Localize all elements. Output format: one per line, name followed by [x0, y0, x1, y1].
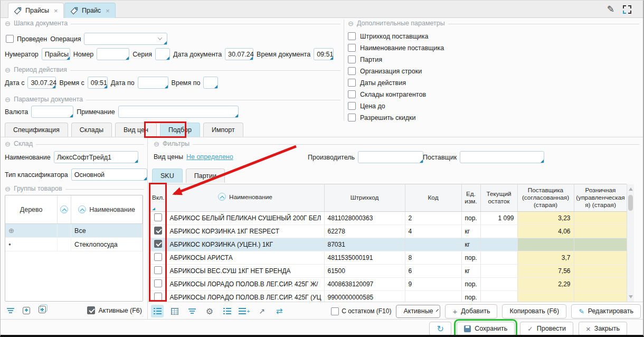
scroll-down-icon[interactable] — [629, 295, 633, 298]
collapse-icon[interactable]: ⊖ — [5, 185, 11, 192]
time-from-field[interactable]: 09:51 — [88, 77, 108, 89]
param-supplier-name[interactable]: Наименование поставщика — [348, 44, 444, 52]
table-row[interactable]: АБРИКОСЫ ЛОРАДО ПОЛОВ.В ЛЕГ.СИР. 425Г (У… — [150, 291, 627, 302]
tree-filter-icon[interactable] — [7, 308, 14, 313]
col-header-retail-price[interactable]: Розничная (управленческая я) (старая) — [574, 184, 627, 211]
param-price-to[interactable]: Цена до — [348, 102, 444, 110]
manufacturer-field[interactable] — [358, 151, 423, 163]
col-header-supplier-price[interactable]: Поставщика (согласованная) (старая) — [517, 184, 574, 211]
param-allow-discounts[interactable]: Разрешить скидки — [348, 114, 444, 121]
collapse-icon[interactable]: ⊖ — [154, 141, 159, 147]
collapse-icon[interactable]: ⊖ — [5, 67, 11, 73]
tab-pricelists[interactable]: Прайсы × — [8, 3, 64, 18]
tab-sku[interactable]: SKU — [152, 168, 183, 183]
grid-view-icon[interactable] — [168, 305, 181, 317]
param-batch[interactable]: Партия — [348, 55, 444, 63]
param-validity-dates[interactable]: Даты действия — [348, 79, 444, 87]
tree-row-glassware[interactable]: ● Стеклопосуда — [5, 238, 143, 251]
checkbox[interactable] — [348, 114, 356, 121]
checkbox[interactable] — [348, 44, 356, 52]
classifier-type-field[interactable]: Основной — [71, 168, 147, 181]
filter-icon[interactable] — [186, 305, 198, 317]
row-include-checkbox[interactable] — [154, 213, 162, 221]
date-to-field[interactable] — [138, 77, 168, 89]
tab-batches[interactable]: Партии — [186, 168, 225, 183]
fullscreen-icon[interactable] — [623, 5, 631, 14]
collapse-icon[interactable]: ⊖ — [5, 20, 11, 27]
settings-gear-icon[interactable]: ⚙ — [203, 305, 216, 317]
checkbox[interactable] — [348, 102, 356, 110]
post-button[interactable]: ✓Провести — [520, 322, 573, 336]
col-header-stock[interactable]: Текущий остаток — [480, 184, 517, 211]
collapse-icon[interactable]: ⊖ — [5, 96, 11, 103]
swap-refresh-icon[interactable]: ⇄ — [273, 305, 286, 317]
checkbox[interactable] — [348, 32, 356, 40]
row-include-checkbox[interactable] — [154, 266, 162, 274]
scroll-thumb[interactable] — [628, 195, 633, 211]
export-icon[interactable]: ↗ — [255, 305, 268, 317]
number-field[interactable] — [97, 48, 129, 60]
expand-group-icon[interactable] — [23, 307, 30, 314]
edit-button[interactable]: ✎Редактировать — [571, 304, 641, 319]
price-type-link[interactable]: Не определено — [186, 153, 233, 161]
posted-checkbox[interactable] — [6, 35, 14, 43]
with-stock-checkbox[interactable] — [331, 307, 339, 315]
refresh-button[interactable]: ↻ — [429, 322, 451, 336]
collapse-icon[interactable]: ⊖ — [5, 141, 11, 147]
checkbox[interactable] — [348, 67, 356, 75]
list-view-icon[interactable] — [151, 305, 164, 317]
edit-pencil-icon[interactable]: ✎ — [607, 4, 614, 15]
tab-warehouses[interactable]: Склады — [71, 123, 112, 137]
close-tab-icon[interactable]: × — [106, 7, 110, 15]
add-button[interactable]: +Добавить — [445, 304, 497, 319]
supplier-field[interactable] — [460, 151, 544, 163]
tree-row-all[interactable]: ⊕ Все — [5, 224, 143, 238]
expand-all-groups-icon[interactable] — [39, 306, 46, 315]
row-include-checkbox[interactable] — [154, 279, 162, 287]
close-tab-icon[interactable]: × — [54, 7, 58, 15]
currency-field[interactable] — [31, 106, 73, 118]
active-filter-select[interactable]: Активные — [396, 305, 440, 318]
tab-import[interactable]: Импорт — [203, 123, 243, 137]
col-header-barcode[interactable]: Штрихкод — [324, 184, 405, 211]
param-counterparty-warehouses[interactable]: Склады контрагентов — [348, 90, 444, 98]
tab-pricelist[interactable]: Прайс × — [64, 3, 116, 18]
row-include-checkbox[interactable] — [154, 293, 162, 301]
col-header-code[interactable]: Код — [405, 184, 461, 211]
collapse-icon[interactable]: ⊖ — [348, 20, 354, 27]
col-header-unit[interactable]: Ед. изм. — [461, 184, 480, 211]
name-column-header[interactable]: Наименование — [71, 195, 143, 223]
tab-selection[interactable]: Подбор — [160, 123, 200, 137]
numerator-field[interactable]: Прайсы — [42, 48, 70, 60]
tab-price-types[interactable]: Вид цен — [115, 123, 157, 137]
sort-asc-icon[interactable] — [78, 205, 86, 213]
copy-button[interactable]: Копировать (F6) — [502, 304, 566, 319]
series-field[interactable] — [155, 48, 170, 60]
param-row-organization[interactable]: Организация строки — [348, 67, 444, 75]
param-supplier-barcode[interactable]: Штрихкод поставщика — [348, 32, 444, 40]
active-groups-checkbox[interactable] — [87, 306, 95, 314]
tree-sort-header[interactable] — [58, 195, 71, 223]
date-from-field[interactable]: 30.07.24 — [27, 77, 56, 89]
expand-node-icon[interactable]: ⊕ — [8, 227, 14, 234]
row-include-checkbox[interactable] — [154, 227, 162, 235]
note-field[interactable] — [118, 106, 239, 118]
sort-asc-icon[interactable] — [60, 205, 68, 213]
scroll-up-icon[interactable] — [629, 188, 633, 191]
tab-specification[interactable]: Спецификация — [5, 123, 68, 137]
row-include-checkbox[interactable] — [154, 253, 162, 261]
table-scrollbar[interactable] — [627, 184, 634, 302]
tree-column-header[interactable]: Дерево — [5, 195, 58, 223]
table-row[interactable]: АБРИКОС КОРЗИНКА 1КГ RESPECT 62278 4 кг … — [150, 224, 627, 238]
checkbox[interactable] — [348, 79, 356, 87]
close-button[interactable]: ×Закрыть — [579, 322, 627, 336]
col-header-name[interactable]: Наименование — [166, 184, 324, 211]
table-row-selected[interactable]: АБРИКОС КОРЗИНКА (УЦЕН.) 1КГ 87031 кг — [150, 238, 627, 251]
warehouse-name-field[interactable]: ЛюксСофтТрейд1 — [54, 151, 138, 163]
doc-time-field[interactable]: 09:51 — [314, 48, 334, 60]
add-row-icon[interactable]: + — [238, 305, 251, 317]
table-row[interactable]: АБРИКОСЫ ВЕС.СУШ 1КГ НЕТ БРЕНДА 61500 6 … — [150, 264, 627, 277]
checkbox[interactable] — [348, 90, 356, 98]
table-row[interactable]: АБРИКОСЫ ЛОРАДО ПОЛОВ.В ЛЕГ.СИР. 425Г Ж/… — [150, 277, 627, 291]
checkbox[interactable] — [348, 55, 356, 63]
